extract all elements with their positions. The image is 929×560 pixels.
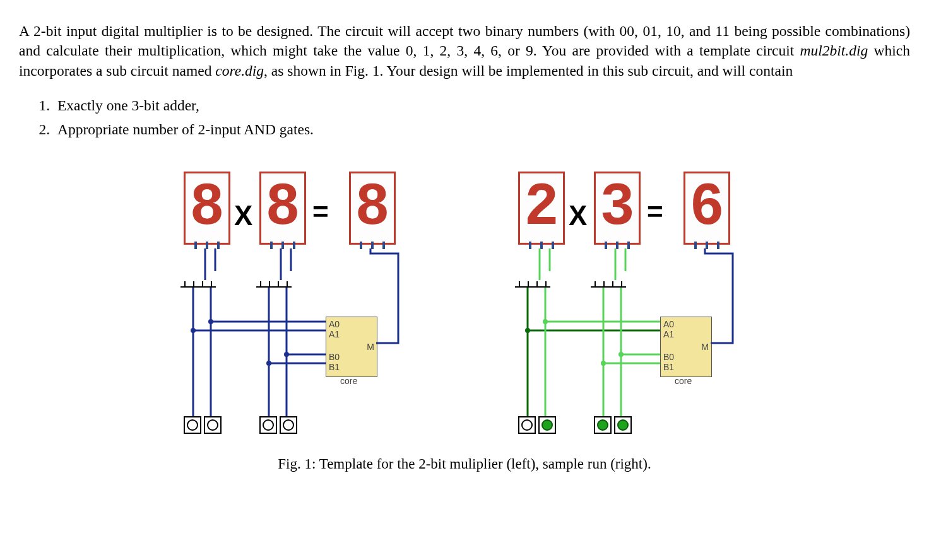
requirement-text: Appropriate number of 2-input AND gates. xyxy=(57,121,314,137)
requirement-item: Exactly one 3-bit adder, xyxy=(54,96,910,116)
figure-area: 8 X 8 = 8 xyxy=(19,172,910,474)
filename-mul2bit: mul2bit.dig xyxy=(800,42,868,59)
svg-point-30 xyxy=(618,352,624,357)
svg-point-13 xyxy=(191,328,196,333)
circuit-right: 2 X 3 = 6 xyxy=(506,172,758,443)
wire-layer xyxy=(171,172,423,443)
svg-point-31 xyxy=(601,361,606,366)
requirement-text: Exactly one 3-bit adder, xyxy=(57,97,199,114)
requirements-list: Exactly one 3-bit adder, Appropriate num… xyxy=(19,96,910,139)
svg-point-14 xyxy=(284,352,289,357)
circuit-left: 8 X 8 = 8 xyxy=(171,172,423,443)
svg-point-29 xyxy=(525,328,530,333)
problem-paragraph: A 2-bit input digital multiplier is to b… xyxy=(19,21,910,81)
wire-layer xyxy=(506,172,758,443)
requirement-item: Appropriate number of 2-input AND gates. xyxy=(54,120,910,140)
para-text-1: A 2-bit input digital multiplier is to b… xyxy=(19,23,910,59)
para-text-3: , as shown in Fig. 1. Your design will b… xyxy=(264,62,793,79)
svg-point-12 xyxy=(208,319,213,324)
svg-point-15 xyxy=(266,361,271,366)
svg-point-28 xyxy=(543,319,548,324)
figure-caption: Fig. 1: Template for the 2-bit muliplier… xyxy=(19,454,910,474)
filename-core: core.dig xyxy=(215,62,264,79)
